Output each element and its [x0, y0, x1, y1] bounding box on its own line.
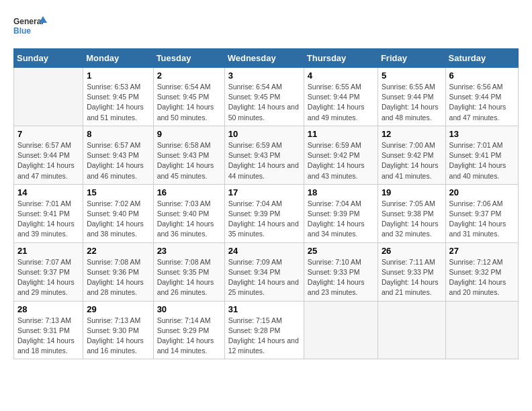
header: General Blue [13, 13, 519, 42]
calendar-cell: 1 Sunrise: 6:53 AMSunset: 9:45 PMDayligh… [83, 68, 153, 126]
calendar-cell: 27 Sunrise: 7:12 AMSunset: 9:32 PMDaylig… [445, 242, 518, 301]
day-info: Sunrise: 7:02 AMSunset: 9:40 PMDaylight:… [87, 199, 144, 238]
calendar-cell: 6 Sunrise: 6:56 AMSunset: 9:44 PMDayligh… [445, 68, 518, 126]
day-info: Sunrise: 6:58 AMSunset: 9:43 PMDaylight:… [157, 141, 214, 180]
day-info: Sunrise: 6:54 AMSunset: 9:45 PMDaylight:… [157, 83, 214, 122]
weekday-header-monday: Monday [83, 49, 153, 68]
day-number: 1 [87, 71, 149, 81]
day-info: Sunrise: 7:04 AMSunset: 9:39 PMDaylight:… [308, 199, 365, 238]
day-info: Sunrise: 7:12 AMSunset: 9:32 PMDaylight:… [449, 258, 506, 297]
svg-text:General: General [13, 17, 44, 26]
day-info: Sunrise: 7:07 AMSunset: 9:37 PMDaylight:… [17, 258, 75, 297]
calendar-cell: 12 Sunrise: 7:00 AMSunset: 9:42 PMDaylig… [378, 126, 445, 184]
weekday-header-sunday: Sunday [14, 49, 83, 68]
weekday-header-saturday: Saturday [445, 49, 518, 68]
day-info: Sunrise: 7:15 AMSunset: 9:28 PMDaylight:… [228, 316, 299, 355]
day-number: 8 [87, 129, 149, 139]
calendar-cell: 31 Sunrise: 7:15 AMSunset: 9:28 PMDaylig… [224, 301, 304, 359]
day-number: 27 [449, 246, 515, 256]
day-number: 16 [157, 187, 221, 197]
calendar-cell: 9 Sunrise: 6:58 AMSunset: 9:43 PMDayligh… [153, 126, 224, 184]
day-info: Sunrise: 6:57 AMSunset: 9:43 PMDaylight:… [87, 141, 144, 180]
day-number: 20 [449, 187, 515, 197]
day-number: 2 [157, 71, 221, 81]
calendar-cell [378, 301, 445, 359]
day-info: Sunrise: 6:55 AMSunset: 9:44 PMDaylight:… [382, 83, 439, 122]
calendar-week-row: 1 Sunrise: 6:53 AMSunset: 9:45 PMDayligh… [14, 68, 519, 126]
calendar-week-row: 14 Sunrise: 7:01 AMSunset: 9:41 PMDaylig… [14, 184, 519, 242]
day-number: 13 [449, 129, 515, 139]
weekday-header-wednesday: Wednesday [224, 49, 304, 68]
calendar-cell: 10 Sunrise: 6:59 AMSunset: 9:43 PMDaylig… [224, 126, 304, 184]
calendar-cell: 29 Sunrise: 7:13 AMSunset: 9:30 PMDaylig… [83, 301, 153, 359]
day-number: 17 [228, 187, 300, 197]
day-number: 25 [308, 246, 374, 256]
calendar-cell: 15 Sunrise: 7:02 AMSunset: 9:40 PMDaylig… [83, 184, 153, 242]
day-info: Sunrise: 7:08 AMSunset: 9:36 PMDaylight:… [87, 258, 144, 297]
day-info: Sunrise: 7:13 AMSunset: 9:31 PMDaylight:… [17, 316, 75, 355]
day-info: Sunrise: 7:01 AMSunset: 9:41 PMDaylight:… [17, 199, 75, 238]
day-number: 11 [308, 129, 374, 139]
day-info: Sunrise: 7:05 AMSunset: 9:38 PMDaylight:… [382, 199, 439, 238]
calendar-cell: 18 Sunrise: 7:04 AMSunset: 9:39 PMDaylig… [304, 184, 378, 242]
calendar-cell [304, 301, 378, 359]
calendar-cell: 11 Sunrise: 6:59 AMSunset: 9:42 PMDaylig… [304, 126, 378, 184]
calendar-week-row: 28 Sunrise: 7:13 AMSunset: 9:31 PMDaylig… [14, 301, 519, 359]
calendar-cell: 5 Sunrise: 6:55 AMSunset: 9:44 PMDayligh… [378, 68, 445, 126]
day-info: Sunrise: 7:11 AMSunset: 9:33 PMDaylight:… [382, 258, 439, 297]
day-info: Sunrise: 6:56 AMSunset: 9:44 PMDaylight:… [449, 83, 506, 122]
day-number: 12 [382, 129, 442, 139]
day-number: 6 [449, 71, 515, 81]
weekday-header-tuesday: Tuesday [153, 49, 224, 68]
day-number: 23 [157, 246, 221, 256]
svg-text:Blue: Blue [13, 26, 31, 36]
calendar-cell: 20 Sunrise: 7:06 AMSunset: 9:37 PMDaylig… [445, 184, 518, 242]
day-number: 10 [228, 129, 300, 139]
day-number: 15 [87, 187, 149, 197]
day-number: 19 [382, 187, 442, 197]
day-info: Sunrise: 7:10 AMSunset: 9:33 PMDaylight:… [308, 258, 365, 297]
day-info: Sunrise: 6:53 AMSunset: 9:45 PMDaylight:… [87, 83, 144, 122]
calendar-cell: 3 Sunrise: 6:54 AMSunset: 9:45 PMDayligh… [224, 68, 304, 126]
calendar-cell [445, 301, 518, 359]
calendar-cell: 14 Sunrise: 7:01 AMSunset: 9:41 PMDaylig… [14, 184, 83, 242]
day-number: 29 [87, 304, 149, 314]
calendar-table: SundayMondayTuesdayWednesdayThursdayFrid… [13, 48, 519, 359]
day-number: 18 [308, 187, 374, 197]
logo: General Blue [13, 13, 47, 42]
weekday-header-row: SundayMondayTuesdayWednesdayThursdayFrid… [14, 49, 519, 68]
day-info: Sunrise: 7:00 AMSunset: 9:42 PMDaylight:… [382, 141, 439, 180]
calendar-cell: 25 Sunrise: 7:10 AMSunset: 9:33 PMDaylig… [304, 242, 378, 301]
calendar-cell: 2 Sunrise: 6:54 AMSunset: 9:45 PMDayligh… [153, 68, 224, 126]
weekday-header-friday: Friday [378, 49, 445, 68]
day-number: 9 [157, 129, 221, 139]
day-number: 21 [17, 246, 79, 256]
calendar-week-row: 21 Sunrise: 7:07 AMSunset: 9:37 PMDaylig… [14, 242, 519, 301]
calendar-cell: 28 Sunrise: 7:13 AMSunset: 9:31 PMDaylig… [14, 301, 83, 359]
calendar-cell: 17 Sunrise: 7:04 AMSunset: 9:39 PMDaylig… [224, 184, 304, 242]
calendar-cell: 26 Sunrise: 7:11 AMSunset: 9:33 PMDaylig… [378, 242, 445, 301]
day-info: Sunrise: 7:14 AMSunset: 9:29 PMDaylight:… [157, 316, 214, 355]
day-number: 7 [17, 129, 79, 139]
day-info: Sunrise: 7:06 AMSunset: 9:37 PMDaylight:… [449, 199, 506, 238]
day-number: 31 [228, 304, 300, 314]
day-number: 26 [382, 246, 442, 256]
logo-svg: General Blue [13, 13, 47, 42]
calendar-cell: 13 Sunrise: 7:01 AMSunset: 9:41 PMDaylig… [445, 126, 518, 184]
day-info: Sunrise: 7:09 AMSunset: 9:34 PMDaylight:… [228, 258, 299, 297]
day-number: 4 [308, 71, 374, 81]
calendar-cell: 16 Sunrise: 7:03 AMSunset: 9:40 PMDaylig… [153, 184, 224, 242]
day-number: 30 [157, 304, 221, 314]
day-number: 5 [382, 71, 442, 81]
calendar-cell: 24 Sunrise: 7:09 AMSunset: 9:34 PMDaylig… [224, 242, 304, 301]
day-number: 28 [17, 304, 79, 314]
day-info: Sunrise: 7:01 AMSunset: 9:41 PMDaylight:… [449, 141, 506, 180]
weekday-header-thursday: Thursday [304, 49, 378, 68]
calendar-cell: 23 Sunrise: 7:08 AMSunset: 9:35 PMDaylig… [153, 242, 224, 301]
calendar-cell: 19 Sunrise: 7:05 AMSunset: 9:38 PMDaylig… [378, 184, 445, 242]
calendar-cell: 4 Sunrise: 6:55 AMSunset: 9:44 PMDayligh… [304, 68, 378, 126]
day-info: Sunrise: 7:13 AMSunset: 9:30 PMDaylight:… [87, 316, 144, 355]
day-info: Sunrise: 7:03 AMSunset: 9:40 PMDaylight:… [157, 199, 214, 238]
day-info: Sunrise: 6:59 AMSunset: 9:42 PMDaylight:… [308, 141, 365, 180]
calendar-week-row: 7 Sunrise: 6:57 AMSunset: 9:44 PMDayligh… [14, 126, 519, 184]
